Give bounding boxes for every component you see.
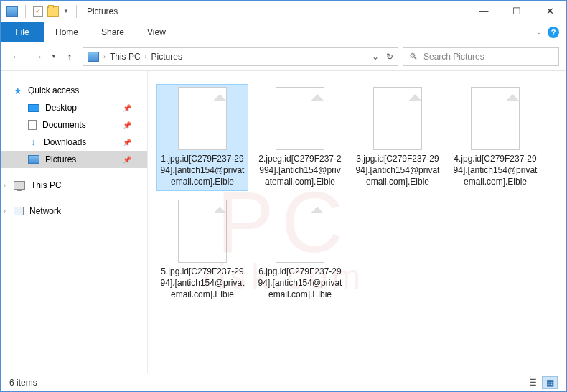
download-icon: ↓ (28, 137, 38, 147)
qat-properties-icon[interactable]: ✓ (33, 6, 43, 17)
tab-home[interactable]: Home (44, 22, 90, 42)
refresh-icon[interactable]: ↻ (386, 52, 393, 62)
file-menu[interactable]: File (1, 22, 44, 42)
desktop-icon (28, 104, 39, 112)
file-thumbnail-icon (178, 87, 227, 150)
file-list[interactable]: 1.jpg.id[C279F237-2994].[antich154@priva… (148, 71, 566, 373)
address-bar[interactable]: › This PC› Pictures ⌄ ↻ (83, 47, 398, 66)
pictures-icon (28, 155, 39, 164)
item-count: 6 items (9, 378, 37, 388)
file-name-label: 5.jpg.id[C279F237-2994].[antich154@priva… (159, 266, 245, 301)
sidebar-this-pc[interactable]: › This PC (1, 177, 147, 194)
search-input[interactable]: 🔍︎ Search Pictures (403, 47, 559, 66)
network-icon (14, 207, 24, 215)
explorer-window: ✓ ▼ Pictures — ☐ ✕ File Home Share View … (0, 0, 567, 392)
file-thumbnail-icon (276, 200, 324, 263)
sidebar-network[interactable]: › Network (1, 202, 147, 220)
sidebar-item-desktop[interactable]: Desktop 📌 (1, 99, 147, 116)
sidebar-item-label: Desktop (45, 103, 77, 113)
sidebar-item-pictures[interactable]: Pictures 📌 (1, 151, 147, 168)
file-name-label: 3.jpg.id[C279F237-2994].[antich154@priva… (355, 153, 441, 188)
search-placeholder: Search Pictures (423, 52, 484, 62)
maximize-button[interactable]: ☐ (500, 1, 533, 22)
sidebar-item-documents[interactable]: Documents 📌 (1, 116, 147, 134)
sidebar-item-label: Downloads (44, 137, 86, 147)
pc-icon (14, 181, 25, 190)
file-item[interactable]: 5.jpg.id[C279F237-2994].[antich154@priva… (156, 197, 248, 304)
sidebar-item-label: Quick access (28, 85, 79, 95)
minimize-button[interactable]: — (467, 1, 500, 22)
pin-icon: 📌 (123, 156, 131, 164)
thumbnails-view-button[interactable]: ▦ (542, 376, 558, 389)
sidebar-item-label: Pictures (45, 154, 76, 164)
file-item[interactable]: 4.jpg.id[C279F237-2994].[antich154@priva… (449, 84, 541, 191)
qat-customize-icon[interactable]: ▼ (63, 8, 69, 14)
file-thumbnail-icon (276, 87, 324, 150)
file-name-label: 1.jpg.id[C279F237-2994].[antich154@priva… (159, 153, 245, 188)
pin-icon: 📌 (123, 121, 131, 129)
file-thumbnail-icon (471, 87, 520, 150)
sidebar-quick-access[interactable]: ★ Quick access (1, 82, 147, 99)
file-item[interactable]: 6.jpg.id[C279F237-2994].[antich154@priva… (254, 197, 346, 304)
navigation-bar: ← → ▼ ↑ › This PC› Pictures ⌄ ↻ 🔍︎ Searc… (1, 42, 566, 71)
sidebar-item-label: This PC (31, 180, 62, 190)
pin-icon: 📌 (123, 104, 131, 112)
file-name-label: 2.jpeg.id[C279F237-2994].[antich154@priv… (257, 153, 343, 188)
breadcrumb-this-pc[interactable]: This PC› (110, 52, 147, 62)
file-item[interactable]: 3.jpg.id[C279F237-2994].[antich154@priva… (352, 84, 444, 191)
star-icon: ★ (14, 85, 22, 96)
sidebar-item-label: Documents (42, 120, 86, 130)
file-name-label: 4.jpg.id[C279F237-2994].[antich154@priva… (452, 153, 538, 188)
statusbar: 6 items ☰ ▦ (1, 373, 566, 391)
navigation-pane: ★ Quick access Desktop 📌 Documents 📌 ↓ D… (1, 71, 148, 373)
separator (76, 5, 77, 18)
titlebar: ✓ ▼ Pictures — ☐ ✕ (1, 1, 566, 22)
file-thumbnail-icon (373, 87, 422, 150)
pin-icon: 📌 (123, 139, 131, 146)
body-area: ★ Quick access Desktop 📌 Documents 📌 ↓ D… (1, 71, 566, 373)
chevron-right-icon[interactable]: › (4, 182, 6, 189)
app-icon (6, 6, 18, 17)
ribbon-expand-icon[interactable]: ⌄ (536, 28, 542, 36)
window-title: Pictures (87, 6, 118, 17)
file-name-label: 6.jpg.id[C279F237-2994].[antich154@priva… (257, 266, 343, 301)
tab-view[interactable]: View (136, 22, 177, 42)
document-icon (28, 120, 37, 130)
breadcrumb-pictures[interactable]: Pictures (151, 52, 182, 62)
address-dropdown-icon[interactable]: ⌄ (372, 52, 379, 62)
ribbon: File Home Share View ⌄ ? (1, 22, 566, 42)
location-icon (88, 52, 99, 62)
chevron-right-icon[interactable]: › (4, 207, 6, 215)
file-thumbnail-icon (178, 200, 227, 263)
details-view-button[interactable]: ☰ (525, 376, 540, 389)
back-button[interactable]: ← (8, 48, 25, 65)
search-icon: 🔍︎ (409, 52, 418, 62)
file-item[interactable]: 1.jpg.id[C279F237-2994].[antich154@priva… (156, 84, 248, 191)
separator (25, 5, 26, 18)
help-icon[interactable]: ? (548, 27, 559, 38)
history-dropdown-icon[interactable]: ▼ (51, 53, 57, 60)
forward-button[interactable]: → (29, 48, 47, 65)
close-button[interactable]: ✕ (533, 1, 566, 22)
file-item[interactable]: 2.jpeg.id[C279F237-2994].[antich154@priv… (254, 84, 346, 191)
chevron-right-icon[interactable]: › (103, 53, 106, 60)
qat-newfolder-icon[interactable] (47, 6, 59, 17)
tab-share[interactable]: Share (90, 22, 136, 42)
sidebar-item-downloads[interactable]: ↓ Downloads 📌 (1, 134, 147, 151)
sidebar-item-label: Network (29, 206, 61, 216)
up-button[interactable]: ↑ (61, 48, 78, 65)
